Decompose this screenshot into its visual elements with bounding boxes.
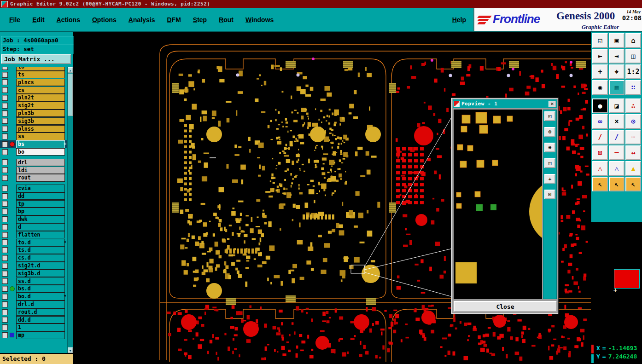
layer-drl[interactable]: drl — [16, 159, 65, 167]
layer-rout.d[interactable]: rout.d — [16, 308, 65, 316]
menu-analysis[interactable]: Analysis — [128, 16, 155, 23]
layer-sig3b.d[interactable]: sig3b.d — [16, 270, 65, 277]
layer-checkbox[interactable] — [2, 193, 8, 199]
popview-zoom-out-icon[interactable]: ⊖ — [544, 143, 555, 152]
layer-drl.d[interactable]: drl.d — [16, 300, 65, 308]
redraw-icon[interactable]: ◉ — [592, 80, 608, 95]
grid-toggle-icon[interactable]: ▦ — [609, 80, 624, 95]
layer-checkbox[interactable] — [2, 95, 8, 101]
measure-blue-icon[interactable]: / — [609, 130, 624, 144]
layer-ts[interactable]: ts — [16, 71, 65, 79]
popview-fit-icon[interactable]: ⊡ — [544, 190, 555, 199]
layer-checkbox[interactable] — [2, 324, 8, 330]
popview-title-bar[interactable]: Popview - 1 ✕ — [453, 99, 557, 108]
layer-checkbox[interactable] — [2, 263, 8, 269]
window-scale-icon[interactable]: ◫ — [625, 49, 641, 64]
title-bar[interactable]: Graphic Editor 9.02c2 (00@HY-HYCAM-PC120… — [0, 0, 642, 8]
layer-plnss[interactable]: plnss — [16, 125, 65, 133]
stretch-icon[interactable]: ↔ — [625, 145, 641, 160]
net-connect-icon[interactable]: ∞ — [592, 114, 608, 129]
layer-flatten[interactable]: flatten — [16, 231, 65, 239]
clear-highlight-icon[interactable]: × — [609, 114, 624, 129]
layer-checkbox[interactable] — [2, 317, 8, 323]
layer-rout[interactable]: rout — [16, 174, 65, 182]
layer-checkbox[interactable] — [2, 126, 8, 132]
layer-sig2t.d[interactable]: sig2t.d — [16, 262, 65, 270]
layer-dd.d[interactable]: dd.d — [16, 316, 65, 324]
select-points-icon[interactable]: ∴ — [625, 98, 641, 113]
layer-mp[interactable]: mp — [16, 331, 65, 339]
drc-yellow-triangle-icon[interactable]: ▲ — [625, 161, 641, 176]
popview-zoom-sel-icon[interactable]: ◱ — [544, 111, 555, 121]
layer-ss.d[interactable]: ss.d — [16, 277, 65, 285]
layer-checkbox[interactable] — [2, 255, 8, 261]
layer-bs.d[interactable]: bs.d — [16, 285, 65, 293]
cursor-add-icon[interactable]: ↖ — [609, 177, 624, 191]
measure-red-icon[interactable]: / — [592, 130, 608, 144]
layer-cvia[interactable]: cvia — [16, 185, 65, 192]
layer-pln3b[interactable]: pln3b — [16, 110, 65, 117]
scroll-down-icon[interactable]: ▼ — [68, 347, 73, 353]
layer-checkbox[interactable] — [2, 232, 8, 238]
layer-checkbox[interactable] — [2, 110, 8, 116]
drc-blue-triangle-icon[interactable]: △ — [609, 161, 624, 176]
layer-checkbox[interactable] — [2, 239, 8, 245]
layer-checkbox[interactable] — [2, 332, 8, 338]
menu-file[interactable]: File — [9, 16, 20, 23]
menu-dfm[interactable]: DFM — [167, 16, 181, 23]
cursor-menu-icon[interactable]: ↖ — [625, 177, 641, 191]
monitor-icon[interactable]: ▣ — [609, 33, 624, 48]
layer-checkbox[interactable] — [2, 67, 8, 70]
dash-line-icon[interactable]: ┄ — [625, 130, 641, 144]
popview-close-x-icon[interactable]: ✕ — [549, 101, 556, 107]
layer-checkbox[interactable] — [2, 294, 8, 300]
layer-checkbox[interactable] — [2, 79, 8, 85]
layer-checkbox[interactable] — [2, 72, 8, 78]
layer-checkbox[interactable] — [2, 271, 8, 277]
cursor-select-icon[interactable]: ↖ — [592, 177, 608, 191]
layer-bp[interactable]: bp — [16, 208, 65, 215]
menu-windows[interactable]: Windows — [245, 16, 274, 23]
layer-tp[interactable]: tp — [16, 200, 65, 208]
layer-plncs[interactable]: plncs — [16, 79, 65, 87]
layer-checkbox[interactable] — [2, 247, 8, 253]
layer-checkbox[interactable] — [2, 216, 8, 222]
snap-grid-icon[interactable]: ∷ — [625, 80, 641, 95]
menu-options[interactable]: Options — [92, 16, 117, 23]
overview-viewport-rect[interactable] — [614, 269, 640, 289]
layer-bo.d[interactable]: bo.d — [16, 293, 65, 300]
layer-sig3b[interactable]: sig3b — [16, 117, 65, 125]
layer-checkbox[interactable] — [2, 185, 8, 191]
menu-rout[interactable]: Rout — [219, 16, 233, 23]
layer-checkbox[interactable] — [2, 224, 8, 230]
pad-origin-icon[interactable]: ⊡ — [592, 145, 608, 160]
scroll-up-icon[interactable]: ▲ — [68, 67, 73, 73]
layer-checkbox[interactable] — [2, 87, 8, 93]
layer-dd[interactable]: dd — [16, 192, 65, 200]
pan-view-icon[interactable]: + — [592, 64, 608, 79]
view-prev-icon[interactable]: ⇤ — [592, 49, 608, 64]
menu-step[interactable]: Step — [193, 16, 207, 23]
layer-checkbox[interactable] — [2, 278, 8, 284]
layer-checkbox[interactable] — [2, 118, 8, 124]
scrollbar-thumb[interactable] — [68, 74, 73, 116]
layer-checkbox[interactable] — [2, 103, 8, 109]
highlight-net-icon[interactable]: ⊙ — [625, 114, 641, 129]
layer-cs.d[interactable]: cs.d — [16, 254, 65, 262]
layer-checkbox[interactable] — [2, 141, 8, 147]
layer-bo[interactable]: bo — [16, 148, 65, 156]
drc-red-triangle-icon[interactable]: △ — [592, 161, 608, 176]
popview-canvas[interactable] — [454, 110, 542, 299]
shade-mode-icon[interactable]: ◪ — [609, 98, 624, 113]
layer-checkbox[interactable] — [2, 167, 8, 173]
layer-pln2t[interactable]: pln2t — [16, 94, 65, 102]
layer-checkbox[interactable] — [2, 286, 8, 292]
layer-list-scrollbar[interactable]: ▲ ▼ — [67, 67, 73, 353]
popview-window[interactable]: Popview - 1 ✕ ◱⊕⊖◫+⊡ Close — [451, 98, 558, 314]
layer-to[interactable]: to — [16, 67, 65, 71]
layer-checkbox[interactable] — [2, 309, 8, 315]
home-view-icon[interactable]: ⌂ — [625, 33, 641, 48]
layer-ss[interactable]: ss — [16, 133, 65, 140]
origin-icon[interactable]: ● — [592, 98, 608, 113]
menu-help[interactable]: Help — [452, 16, 466, 23]
